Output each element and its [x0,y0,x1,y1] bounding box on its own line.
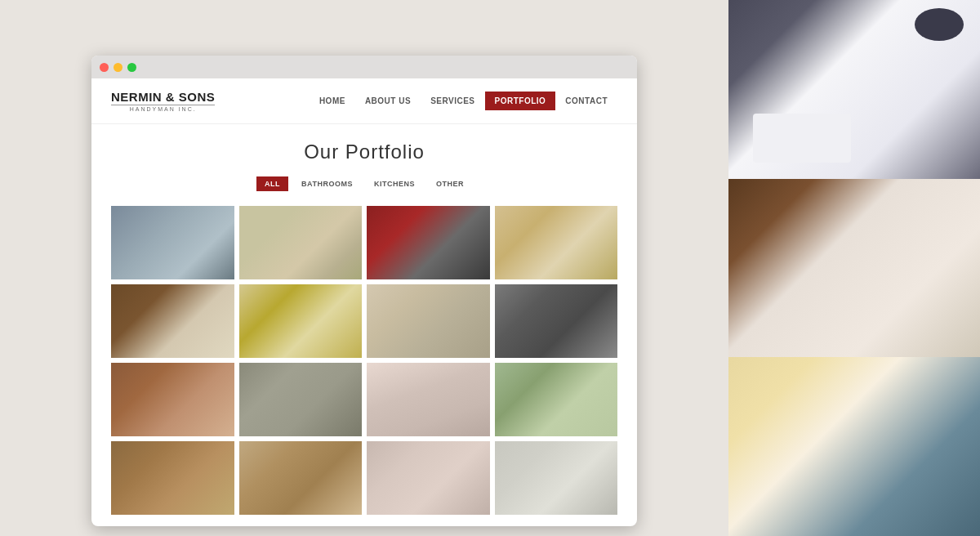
portfolio-photo-10[interactable] [239,363,363,436]
logo: NERMIN & SONS HANDYMAN INC. [111,90,215,112]
browser-content: NERMIN & SONS HANDYMAN INC. HOME ABOUT U… [91,78,637,526]
portfolio-photo-3[interactable] [367,206,490,279]
site-header: NERMIN & SONS HANDYMAN INC. HOME ABOUT U… [91,78,637,124]
portfolio-photo-7[interactable] [367,284,490,358]
right-photo-2 [728,179,980,358]
right-panel [728,0,980,536]
nav-home[interactable]: HOME [310,92,355,110]
browser-window: NERMIN & SONS HANDYMAN INC. HOME ABOUT U… [91,56,637,526]
close-dot[interactable] [100,63,109,72]
portfolio-photo-16[interactable] [495,441,618,515]
browser-titlebar [91,56,637,78]
portfolio-photo-2[interactable] [239,206,363,279]
portfolio-photo-13[interactable] [111,441,234,515]
right-photo-3 [728,357,980,536]
portfolio-photo-8[interactable] [495,284,618,358]
maximize-dot[interactable] [127,63,136,72]
portfolio-photo-5[interactable] [111,284,234,358]
filter-kitchens[interactable]: KITCHENS [366,176,423,191]
nav-contact[interactable]: CONTACT [555,92,617,110]
portfolio-photo-15[interactable] [367,441,490,515]
filter-bar: ALL BATHROOMS KITCHENS OTHER [111,176,617,191]
portfolio-title: Our Portfolio [111,141,617,163]
portfolio-photo-9[interactable] [111,363,234,436]
portfolio-photo-4[interactable] [495,206,618,279]
portfolio-photo-1[interactable] [111,206,234,279]
portfolio-photo-14[interactable] [239,441,363,515]
site-nav: HOME ABOUT US SERVICES PORTFOLIO CONTACT [310,92,617,110]
filter-bathrooms[interactable]: BATHROOMS [293,176,361,191]
right-photo-1 [728,0,980,179]
filter-all[interactable]: ALL [256,176,288,191]
portfolio-photo-6[interactable] [239,284,363,358]
portfolio-photo-11[interactable] [367,363,490,436]
logo-tagline: HANDYMAN INC. [111,105,215,112]
nav-portfolio[interactable]: PORTFOLIO [485,92,556,110]
photo-grid [111,206,617,515]
minimize-dot[interactable] [114,63,122,72]
portfolio-photo-12[interactable] [495,363,618,436]
portfolio-content: Our Portfolio ALL BATHROOMS KITCHENS OTH… [91,124,637,526]
nav-about[interactable]: ABOUT US [355,92,421,110]
nav-services[interactable]: SERVICES [421,92,484,110]
logo-name: NERMIN & SONS [111,90,215,104]
filter-other[interactable]: OTHER [428,176,472,191]
